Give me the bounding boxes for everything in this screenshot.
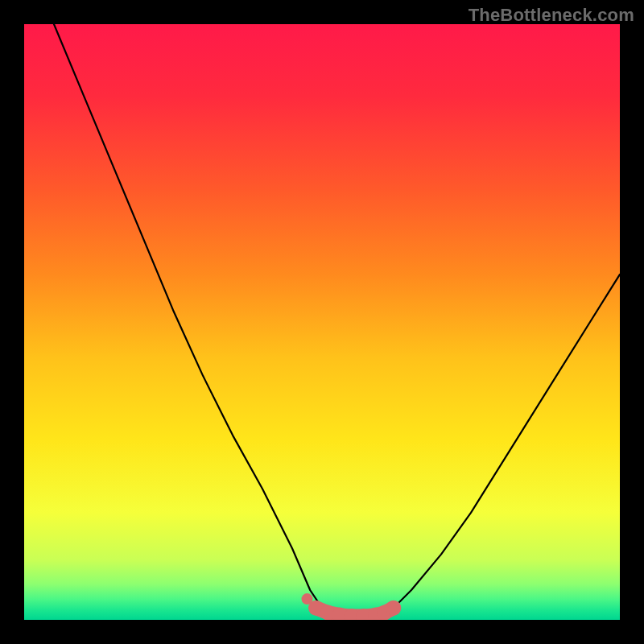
gradient-background (24, 24, 620, 620)
plot-area (24, 24, 620, 620)
optimal-band-start-dot (302, 593, 313, 605)
outer-frame: TheBottleneck.com (0, 0, 644, 644)
optimal-band-dot (386, 601, 401, 616)
plot-svg (24, 24, 620, 620)
watermark-text: TheBottleneck.com (469, 5, 634, 26)
